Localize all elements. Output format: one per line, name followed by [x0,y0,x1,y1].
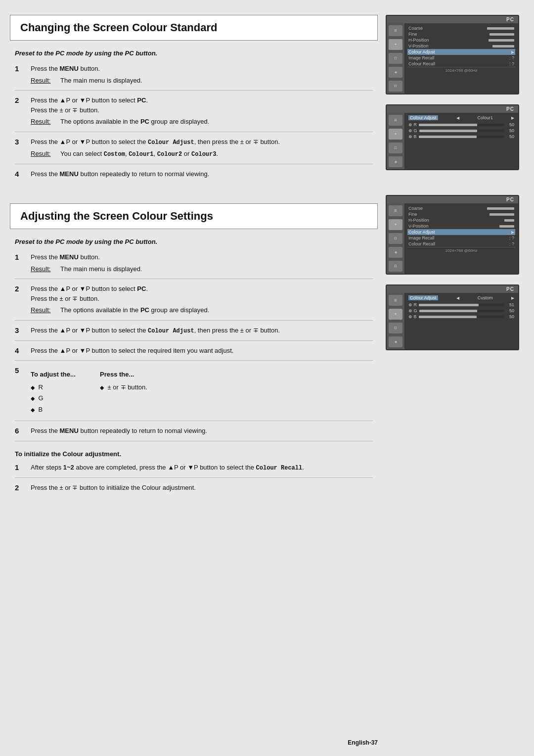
step4-body: Press the MENU button repeatedly to retu… [31,169,373,179]
s2-step-num-6: 6 [15,426,26,435]
page-footer: English-37 [10,729,378,746]
left-arrow2: ◀ [456,296,459,300]
monitor1-top-body: ⊞ ✦ ⊡ ◈ ⊟ Coarse Fine [387,23,518,94]
colour-adjust-arrow: ▶ [511,50,514,54]
vpos-bar [492,45,514,47]
right-column: PC ⊞ ✦ ⊡ ◈ ⊟ Coarse [386,10,524,746]
adjust-item-b: ◆ B [31,405,90,415]
colour2-header: Colour Adjust ◀ Custom ▶ [407,295,515,301]
s2-step1-text: Press the MENU button. [31,252,373,262]
vpos2-bar [499,225,514,228]
s2-step3-body: Press the ▲P or ▼P button to select the … [31,326,373,335]
monitor1-bottom-panel: PC ⊞ ✦ ⊡ ◈ Colour Adjust ◀ Colour1 ▶ [386,104,519,170]
image-recall-val: : ? [509,55,514,60]
section1-preset-note: Preset to the PC mode by using the PC bu… [15,49,373,57]
s2-step-num-4: 4 [15,346,26,355]
monitor2-bottom-sidebar: ⊞ ✦ ⊡ ◈ [387,293,404,349]
r2-label: ⊕ R [408,302,417,307]
monitor2-bottom-body: ⊞ ✦ ⊡ ◈ Colour Adjust ◀ Custom ▶ ⊕ R [387,293,518,349]
g-label: ⊕ G [408,128,417,133]
monitor1-bottom-body: ⊞ ✦ ⊡ ◈ Colour Adjust ◀ Colour1 ▶ ⊕ R [387,113,518,169]
g-val: 50 [506,128,514,133]
adjust-table-data: ◆ R ◆ G ◆ B ◆ ± or ∓ button. [31,382,373,416]
rgb-b-row: ⊕ B 50 [407,134,515,140]
s2-step4-body: Press the ▲P or ▼P button to select the … [31,346,373,356]
step2-body: Press the ▲P or ▼P button to select PC.P… [31,95,373,127]
s2-step-num-2: 2 [15,284,26,293]
step4-text: Press the MENU button repeatedly to retu… [31,169,373,179]
adjust-items: ◆ R ◆ G ◆ B [31,382,90,416]
r-val: 50 [506,122,514,127]
monitor-icon-2: ✦ [389,39,402,50]
menu-image-recall: Image Recall : ? [407,55,515,61]
rgb-g-row: ⊕ G 50 [407,128,515,134]
monitor1-top-footer: 1024×768 @60Hz [407,67,515,74]
s2-step5-body: To adjust the... Press the... ◆ R ◆ G ◆ … [31,366,373,416]
init-step2-body: Press the ± or ∓ button to initialize th… [31,483,373,493]
step-num-1: 1 [15,64,26,73]
monitor-icon-1: ⊞ [389,25,402,36]
section1-step1: 1 Press the MENU button. Result: The mai… [15,64,373,91]
init-step1: 1 After steps 1~2 above are completed, p… [15,463,373,478]
s2-step-num-5: 5 [15,366,26,375]
press-action: ◆ ± or ∓ button. [100,382,147,392]
colour-header: Colour Adjust ◀ Colour1 ▶ [407,115,515,121]
s2-result-label-2: Result: [31,305,55,315]
page: Changing the Screen Colour Standard Pres… [0,0,534,756]
step-num-2: 2 [15,96,26,104]
step3-result-text: You can select Costom, Colour1, Colour2 … [60,149,218,159]
monitor2-bottom-titlebar: PC [387,285,518,293]
rgb-r-row: ⊕ R 50 [407,122,515,128]
s2-step1-body: Press the MENU button. Result: The main … [31,252,373,274]
fine-bar [490,33,514,36]
monitor2-icon-b4: ◈ [389,336,402,347]
right-arrow: ▶ [511,116,514,120]
b2-bar [419,316,504,318]
s2-step2-result: Result: The options available in the PC … [31,305,373,315]
menu2-vpos: V-Position [407,223,515,229]
s2-step4-text: Press the ▲P or ▼P button to select the … [31,346,373,356]
section2-title: Adjusting the Screen Colour Settings [20,210,367,223]
monitor-icon-5: ⊟ [389,81,402,92]
s2-step1-result-text: The main menu is displayed. [60,264,142,274]
colour-value2: Custom [478,295,493,300]
monitor1-top-sidebar: ⊞ ✦ ⊡ ◈ ⊟ [387,23,404,94]
s2-step2-body: Press the ▲P or ▼P button to select PC.P… [31,284,373,315]
b-label: ⊕ B [408,134,417,139]
menu-coarse: Coarse [407,25,515,31]
result-label-2: Result: [31,117,55,127]
press-label: Press the... [100,370,134,379]
adjust-item-r: ◆ R [31,382,90,392]
adjust-item-g: ◆ G [31,393,90,403]
s2-step6-body: Press the MENU button repeatedly to retu… [31,426,373,436]
init-step-num-1: 1 [15,463,26,472]
monitor1-bottom-main: Colour Adjust ◀ Colour1 ▶ ⊕ R 50 ⊕ G [404,113,518,169]
monitor2-top-titlebar: PC [387,196,518,203]
section2-step3: 3 Press the ▲P or ▼P button to select th… [15,326,373,341]
menu2-fine: Fine [407,211,515,217]
section1-step4: 4 Press the MENU button repeatedly to re… [15,169,373,184]
g2-bar [419,310,504,312]
footer-text: English-37 [348,739,378,746]
left-column: Changing the Screen Colour Standard Pres… [10,10,378,746]
monitor2-icon-2: ✦ [389,219,402,230]
g-bar [419,130,504,132]
init-step1-text: After steps 1~2 above are completed, pre… [31,463,373,472]
r2-bar [419,304,504,306]
section2-step4: 4 Press the ▲P or ▼P button to select th… [15,346,373,361]
rgb2-g-row: ⊕ G 50 [407,308,515,314]
coarse2-bar [487,207,514,210]
r-label: ⊕ R [408,122,417,127]
monitor2-top-footer: 1024×768 @60Hz [407,247,515,254]
section2-step6: 6 Press the MENU button repeatedly to re… [15,426,373,441]
menu-vpos: V-Position [407,43,515,49]
b2-label: ⊕ B [408,314,417,319]
step1-body: Press the MENU button. Result: The main … [31,64,373,85]
adjust-table-header: To adjust the... Press the... [31,370,373,379]
s2-step1-result: Result: The main menu is displayed. [31,264,373,274]
colour-recall-val: : ? [509,61,514,66]
b-val: 50 [506,134,514,139]
image-recall2-val: : ? [509,236,514,240]
step1-result-text: The main menu is displayed. [60,76,142,86]
menu2-coarse: Coarse [407,205,515,211]
